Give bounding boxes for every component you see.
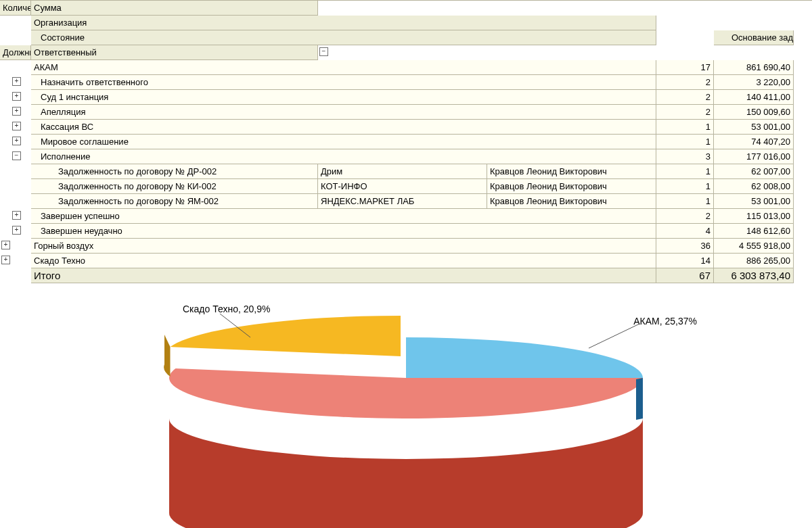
- total-label: Итого: [31, 268, 656, 283]
- tree-toggle-icon[interactable]: +: [1, 241, 10, 249]
- tree-toggle-icon[interactable]: +: [12, 226, 21, 235]
- tree-toggle-icon[interactable]: +: [12, 211, 21, 220]
- responsible-cell: Кравцов Леонид Викторович: [487, 194, 656, 209]
- state-name[interactable]: Назначить ответственного: [31, 75, 656, 90]
- responsible-cell: Кравцов Леонид Викторович: [487, 164, 656, 179]
- svg-line-0: [589, 324, 639, 348]
- tree-toggle-icon[interactable]: −: [319, 47, 328, 56]
- header-sum: Сумма: [31, 1, 318, 16]
- state-name[interactable]: Завершен успешно: [31, 209, 656, 224]
- tree-toggle-icon[interactable]: +: [12, 92, 21, 101]
- tree-toggle-icon[interactable]: +: [12, 122, 21, 130]
- debtor-cell: ЯНДЕКС.МАРКЕТ ЛАБ: [318, 194, 487, 209]
- total-qty: 67: [656, 268, 714, 283]
- sum-cell: 861 690,40: [714, 60, 794, 75]
- header-basis: Основание задолженности: [714, 30, 794, 45]
- header-organization: Организация: [31, 16, 656, 30]
- debtor-cell: КОТ-ИНФО: [318, 179, 487, 194]
- state-name[interactable]: Завершен неудачно: [31, 224, 656, 239]
- basis-cell[interactable]: Задолженность по договору № ДР-002: [31, 164, 318, 179]
- header-responsible: Ответственный: [31, 45, 318, 60]
- org-name[interactable]: Горный воздух: [31, 239, 656, 254]
- org-name[interactable]: АКАМ: [31, 60, 656, 75]
- basis-cell[interactable]: Задолженность по договору № ЯМ-002: [31, 194, 318, 209]
- header-debtor: Должник: [0, 45, 31, 60]
- tree-toggle-icon[interactable]: +: [1, 256, 10, 264]
- slice-skado: [164, 316, 401, 377]
- total-sum: 6 303 873,40: [714, 268, 794, 283]
- report-table: Организация Количество Сумма Состояние О…: [0, 0, 812, 283]
- chart-label-akam: АКАМ, 25,37%: [633, 316, 697, 327]
- state-name[interactable]: Исполнение: [31, 149, 656, 164]
- tree-toggle-icon[interactable]: −: [12, 151, 21, 160]
- state-name[interactable]: Апелляция: [31, 105, 656, 120]
- chart-label-skado: Скадо Техно, 20,9%: [183, 304, 270, 314]
- tree-toggle-icon[interactable]: +: [12, 77, 21, 86]
- pie-chart: АКАМ, 25,37% Скадо Техно, 20,9% Горный в…: [102, 297, 710, 528]
- state-name[interactable]: Суд 1 инстанция: [31, 90, 656, 105]
- header-state: Состояние: [31, 30, 656, 45]
- state-name[interactable]: Кассация ВС: [31, 120, 656, 135]
- tree-toggle-icon[interactable]: +: [12, 137, 21, 145]
- state-name[interactable]: Мировое соглашение: [31, 135, 656, 149]
- responsible-cell: Кравцов Леонид Викторович: [487, 179, 656, 194]
- basis-cell[interactable]: Задолженность по договору № КИ-002: [31, 179, 318, 194]
- debtor-cell: Дрим: [318, 164, 487, 179]
- header-qty: Количество: [0, 1, 31, 16]
- org-name[interactable]: Скадо Техно: [31, 254, 656, 268]
- tree-toggle-icon[interactable]: +: [12, 107, 21, 116]
- qty-cell: 17: [656, 60, 714, 75]
- slice-gornyi: [169, 368, 643, 528]
